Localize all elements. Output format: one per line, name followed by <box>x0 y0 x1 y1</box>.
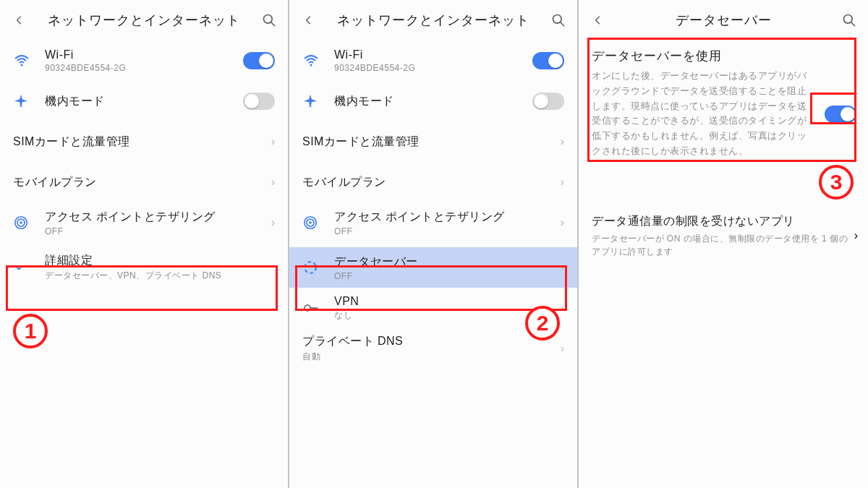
row-airplane[interactable]: 機内モード <box>289 81 577 121</box>
vpn-label: VPN <box>334 295 561 308</box>
svg-point-1 <box>21 64 23 67</box>
unrestricted-sub: データセーバーが ON の場合に、無制限のデータ使用を 1 個のアプリに許可しま… <box>592 232 854 258</box>
datasaver-label: データセーバー <box>334 254 561 270</box>
chevron-right-icon: › <box>561 261 564 274</box>
wifi-icon <box>302 52 334 69</box>
hotspot-icon <box>302 215 334 231</box>
back-icon[interactable] <box>9 10 29 30</box>
row-unrestricted-apps[interactable]: データ通信量の制限を受けないアプリ データセーバーが ON の場合に、無制限のデ… <box>579 207 868 265</box>
pane-network-1: ネットワークとインターネット Wi-Fi 90324BDE4554-2G 機内モ… <box>0 0 289 488</box>
svg-point-6 <box>310 64 312 67</box>
chevron-right-icon: › <box>561 216 564 229</box>
pane-datasaver: データセーバー データセーバーを使用 オンにした後、データセーバーはあるアプリが… <box>579 0 868 488</box>
search-icon[interactable] <box>839 10 859 30</box>
step-badge-1: 1 <box>13 314 48 348</box>
row-mobile-plan[interactable]: モバイルプラン › <box>289 162 577 202</box>
page-title: ネットワークとインターネット <box>29 12 259 29</box>
pdns-label: プライベート DNS <box>302 334 561 349</box>
page-title: ネットワークとインターネット <box>318 12 548 29</box>
airplane-icon <box>302 93 334 109</box>
row-wifi[interactable]: Wi-Fi 90324BDE4554-2G <box>289 40 577 81</box>
chevron-right-icon: › <box>561 301 564 314</box>
pdns-sub: 自動 <box>302 351 561 363</box>
search-icon[interactable] <box>548 10 569 30</box>
row-hotspot[interactable]: アクセス ポイントとテザリング OFF › <box>289 202 577 243</box>
airplane-label: 機内モード <box>334 94 532 109</box>
row-wifi[interactable]: Wi-Fi 90324BDE4554-2G <box>0 40 288 81</box>
row-datasaver[interactable]: データセーバー OFF › <box>289 247 577 288</box>
unrestricted-label: データ通信量の制限を受けないアプリ <box>592 214 854 229</box>
datasaver-sub: OFF <box>334 271 561 281</box>
row-sim[interactable]: SIMカードと流量管理 › <box>0 121 288 162</box>
back-icon[interactable] <box>587 10 608 30</box>
step-badge-3: 3 <box>819 165 854 200</box>
wifi-icon <box>13 52 45 69</box>
use-datasaver-toggle[interactable] <box>825 106 856 123</box>
mobile-plan-label: モバイルプラン <box>13 175 271 190</box>
row-mobile-plan[interactable]: モバイルプラン › <box>0 162 288 202</box>
chevron-right-icon: › <box>271 216 275 229</box>
hotspot-sub: OFF <box>334 226 561 236</box>
back-icon[interactable] <box>298 10 318 30</box>
step-badge-2: 2 <box>525 306 560 341</box>
search-icon[interactable] <box>259 10 279 30</box>
chevron-right-icon: › <box>561 342 564 355</box>
row-sim[interactable]: SIMカードと流量管理 › <box>289 121 577 162</box>
airplane-toggle[interactable] <box>243 93 275 110</box>
page-title: データセーバー <box>608 12 839 29</box>
svg-point-7 <box>309 221 312 224</box>
airplane-toggle[interactable] <box>532 93 564 110</box>
wifi-toggle[interactable] <box>243 52 275 69</box>
airplane-label: 機内モード <box>45 94 243 109</box>
wifi-toggle[interactable] <box>532 52 564 69</box>
datasaver-icon <box>302 260 334 275</box>
header: ネットワークとインターネット <box>289 0 577 40</box>
svg-point-10 <box>305 262 316 273</box>
chevron-right-icon: › <box>271 176 275 189</box>
chevron-right-icon: › <box>854 229 858 242</box>
header: ネットワークとインターネット <box>0 0 288 40</box>
advanced-sub: データセーバー、VPN、プライベート DNS <box>45 270 275 282</box>
hotspot-label: アクセス ポイントとテザリング <box>45 210 271 225</box>
wifi-label: Wi-Fi <box>45 48 243 61</box>
chevron-down-icon <box>13 262 45 273</box>
use-datasaver-label: データセーバーを使用 <box>592 48 855 64</box>
wifi-label: Wi-Fi <box>334 48 532 61</box>
row-use-datasaver[interactable]: データセーバーを使用 オンにした後、データセーバーはあるアプリがバックグラウンド… <box>579 40 868 165</box>
header: データセーバー <box>579 0 868 40</box>
sim-label: SIMカードと流量管理 <box>302 134 561 150</box>
row-hotspot[interactable]: アクセス ポイントとテザリング OFF › <box>0 202 288 243</box>
chevron-right-icon: › <box>271 135 275 148</box>
mobile-plan-label: モバイルプラン <box>302 175 561 190</box>
pane-network-2: ネットワークとインターネット Wi-Fi 90324BDE4554-2G 機内モ… <box>289 0 579 488</box>
row-airplane[interactable]: 機内モード <box>0 81 288 121</box>
wifi-sub: 90324BDE4554-2G <box>334 63 532 73</box>
advanced-label: 詳細設定 <box>45 253 275 268</box>
hotspot-label: アクセス ポイントとテザリング <box>334 210 561 225</box>
vpn-key-icon <box>302 299 334 317</box>
chevron-right-icon: › <box>561 135 564 148</box>
row-advanced[interactable]: 詳細設定 データセーバー、VPN、プライベート DNS <box>0 247 288 288</box>
svg-point-2 <box>20 221 22 224</box>
svg-point-11 <box>305 305 310 311</box>
hotspot-icon <box>13 215 45 231</box>
use-datasaver-desc: オンにした後、データセーバーはあるアプリがバックグラウンドでデータを送受信するこ… <box>592 69 855 159</box>
wifi-sub: 90324BDE4554-2G <box>45 63 243 73</box>
airplane-icon <box>13 93 45 109</box>
sim-label: SIMカードと流量管理 <box>13 134 271 150</box>
chevron-right-icon: › <box>561 176 564 189</box>
hotspot-sub: OFF <box>45 226 271 236</box>
